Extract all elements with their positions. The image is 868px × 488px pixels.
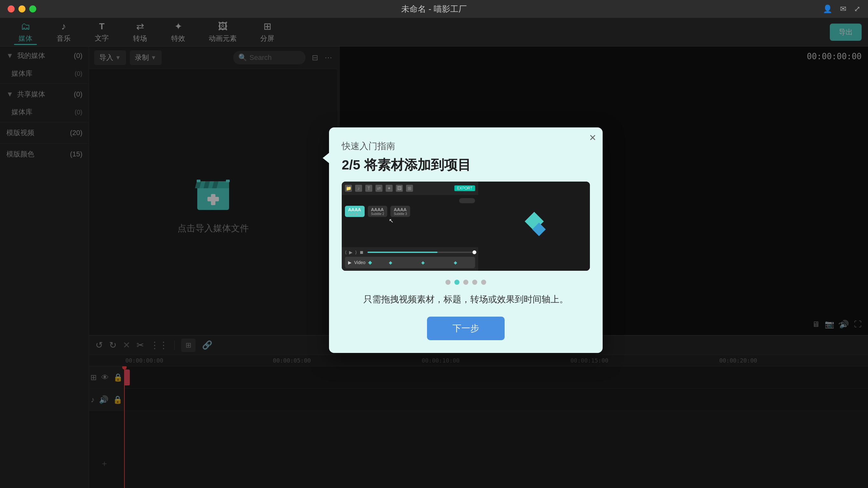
mini-prev-btn: ⟨ <box>345 250 346 255</box>
mini-video-track: ▶ Video ◆ ◆ ◆ ◆ <box>345 257 475 268</box>
mini-progress-dot <box>472 250 476 254</box>
mini-tab-1: AAAA Subtitle 1 <box>345 206 365 217</box>
heading-text: 将素材添加到项目 <box>364 157 471 172</box>
modal-pagination <box>342 280 590 285</box>
modal-overlay: ✕ 快速入门指南 2/5 将素材添加到项目 📁 ♪ T ⇄ ✦ 🖼 <box>0 18 868 488</box>
modal-preview-inner: 📁 ♪ T ⇄ ✦ 🖼 ⊞ EXPORT <box>342 181 590 271</box>
mini-stop-btn: ⏹ <box>359 250 364 255</box>
mini-play-btn: ▶ <box>349 250 352 255</box>
window-title: 未命名 - 喵影工厂 <box>401 3 466 15</box>
app-logo <box>518 210 550 242</box>
mini-editor: 📁 ♪ T ⇄ ✦ 🖼 ⊞ EXPORT <box>342 181 478 271</box>
minimize-button[interactable] <box>19 5 26 12</box>
mini-diamond-1: ◆ <box>368 259 372 265</box>
mini-toolbar: 📁 ♪ T ⇄ ✦ 🖼 ⊞ EXPORT <box>342 181 478 195</box>
next-step-button[interactable]: 下一步 <box>427 317 505 340</box>
modal-heading: 2/5 将素材添加到项目 <box>342 156 590 174</box>
page-dot-4[interactable] <box>472 280 477 285</box>
mini-split-icon: ⊞ <box>406 185 413 192</box>
logo-svg <box>518 210 550 242</box>
mini-content: AAAA Subtitle 1 AAAA Subtitle 2 AAAA Sub… <box>342 195 478 247</box>
page-dot-2[interactable] <box>454 280 460 285</box>
mini-diamonds-row: ◆ ◆ ◆ <box>374 260 472 265</box>
mini-diamond-4: ◆ <box>454 260 457 265</box>
tutorial-modal: ✕ 快速入门指南 2/5 将素材添加到项目 📁 ♪ T ⇄ ✦ 🖼 <box>329 127 602 353</box>
page-dot-3[interactable] <box>463 280 468 285</box>
mini-cursor-icon: ↖ <box>389 217 394 224</box>
mini-preview-right <box>478 181 590 271</box>
mini-timeline: ⟨ ▶ ⟩ ⏹ ▶ Video <box>342 247 478 271</box>
modal-preview: 📁 ♪ T ⇄ ✦ 🖼 ⊞ EXPORT <box>342 181 590 271</box>
page-dot-5[interactable] <box>481 280 486 285</box>
mini-folder-icon: 📁 <box>345 185 352 192</box>
mini-play-icon: ▶ <box>348 260 351 265</box>
mail-icon[interactable]: ✉ <box>840 4 846 13</box>
mini-text-icon: T <box>365 185 372 192</box>
user-icon[interactable]: 👤 <box>823 4 832 13</box>
mini-diamond-2: ◆ <box>389 260 392 265</box>
mini-playback-controls: ⟨ ▶ ⟩ ⏹ <box>345 250 475 255</box>
mini-diamond-3: ◆ <box>421 260 425 265</box>
modal-close-button[interactable]: ✕ <box>589 133 596 143</box>
traffic-lights <box>8 5 36 12</box>
expand-icon[interactable]: ⤢ <box>854 4 860 13</box>
mini-music-icon: ♪ <box>355 185 362 192</box>
page-dot-1[interactable] <box>445 280 451 285</box>
mini-next-btn: ⟩ <box>355 250 357 255</box>
mini-arrow-icon: ⇄ <box>375 185 382 192</box>
mini-tab-3: AAAA Subtitle 3 <box>391 206 410 217</box>
maximize-button[interactable] <box>29 5 36 12</box>
step-indicator: 2/5 <box>342 157 360 172</box>
mini-search-pill <box>459 198 475 203</box>
modal-description: 只需拖拽视频素材，标题，转场或效果到时间轴上。 <box>342 292 590 307</box>
close-button[interactable] <box>8 5 14 12</box>
mini-export-badge: EXPORT <box>454 185 475 191</box>
mini-star-icon: ✦ <box>385 185 393 192</box>
mini-tabs: AAAA Subtitle 1 AAAA Subtitle 2 AAAA Sub… <box>345 206 475 217</box>
mini-track-video-label: Video <box>354 260 366 265</box>
mini-tab-2: AAAA Subtitle 2 <box>368 206 388 217</box>
mini-grid-icon: 🖼 <box>396 185 403 192</box>
modal-title: 快速入门指南 <box>342 140 590 152</box>
titlebar-actions: 👤 ✉ ⤢ <box>823 4 860 13</box>
mini-progress-bar <box>368 252 475 253</box>
titlebar: 未命名 - 喵影工厂 👤 ✉ ⤢ <box>0 0 868 18</box>
mini-search-bar <box>345 198 475 203</box>
mini-progress-fill <box>368 252 437 253</box>
